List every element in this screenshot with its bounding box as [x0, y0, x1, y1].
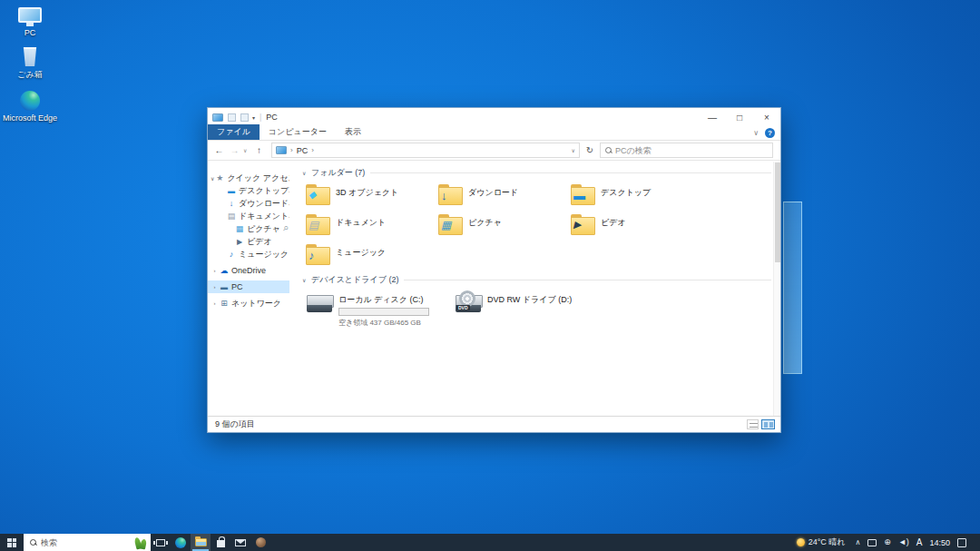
action-center-icon[interactable]	[957, 538, 966, 547]
back-button[interactable]: ←	[212, 145, 226, 155]
desktop-icon[interactable]: PC	[2, 5, 58, 37]
ime-indicator[interactable]: A	[916, 537, 923, 547]
sidebar-item[interactable]: ∨ クイック アクセス	[208, 172, 289, 184]
section-collapse-chevron-icon[interactable]: ∨	[302, 170, 311, 176]
help-icon[interactable]: ?	[765, 128, 775, 138]
refresh-icon[interactable]: ↻	[582, 145, 598, 155]
folder-tile[interactable]: デスクトップ	[569, 182, 701, 212]
sidebar-item-label: ビデオ	[247, 236, 272, 248]
sidebar-item[interactable]: ビデオ	[208, 235, 289, 248]
address-field[interactable]: › PC › ∨	[271, 143, 580, 158]
scrollbar-thumb[interactable]	[775, 162, 780, 262]
pinned-apps	[151, 534, 270, 551]
drives-section-title: デバイスとドライブ (2)	[311, 274, 398, 286]
view-switcher	[747, 419, 775, 429]
folder-tile[interactable]: ドキュメント	[304, 212, 436, 242]
forward-button[interactable]: →	[228, 145, 241, 155]
desktop-icon[interactable]: Microsoft Edge	[2, 89, 58, 123]
sun-weather-icon	[797, 538, 805, 546]
navigation-pane: ∨ クイック アクセス デスクトップ ⚲	[208, 162, 289, 416]
windows-logo-icon	[7, 538, 16, 547]
hidden-icons-chevron-icon[interactable]: ∧	[855, 538, 860, 546]
sidebar-item[interactable]: ドキュメント ⚲	[208, 210, 289, 222]
sidebar-item[interactable]: デスクトップ ⚲	[208, 184, 289, 197]
folder-label: ビデオ	[601, 213, 626, 227]
folder-tile[interactable]: 3D オブジェクト	[304, 182, 436, 212]
vertical-scrollbar[interactable]	[773, 162, 780, 416]
file-explorer-icon[interactable]	[191, 534, 211, 551]
qat-customize-chevron-icon[interactable]: ▾	[252, 114, 255, 121]
folder-tile[interactable]: ミュージック	[304, 242, 436, 272]
drive-label: ローカル ディスク (C:)	[338, 294, 429, 306]
dvd-drive-icon: DVD	[455, 293, 482, 314]
tray-device-icon[interactable]	[867, 539, 877, 546]
dvd-drive-d-tile[interactable]: DVD DVD RW ドライブ (D:)	[453, 291, 589, 329]
sidebar-item-label: PC	[231, 282, 243, 291]
qat-new-folder-icon[interactable]	[240, 113, 249, 122]
start-button[interactable]	[0, 534, 24, 551]
tree-chevron-icon[interactable]: ›	[211, 300, 219, 306]
local-disk-c-tile[interactable]: ローカル ディスク (C:) 空き領域 437 GB/465 GB	[304, 291, 440, 329]
folder-label: ダウンロード	[468, 183, 518, 197]
breadcrumb[interactable]: PC	[297, 146, 309, 155]
network-icon[interactable]: ⊕	[884, 538, 891, 546]
search-highlight-illustration-icon[interactable]	[134, 536, 147, 549]
ribbon-tab[interactable]: 表示	[336, 124, 370, 140]
weather-widget[interactable]: 24°C 晴れ	[794, 536, 848, 548]
ribbon-tab[interactable]: コンピューター	[260, 124, 336, 140]
explorer-search-input[interactable]	[615, 146, 768, 155]
sidebar-item-label: ダウンロード	[239, 198, 289, 210]
store-icon[interactable]	[211, 534, 230, 551]
taskbar-search-box[interactable]	[24, 534, 151, 551]
sidebar-item[interactable]: ダウンロード ⚲	[208, 197, 289, 210]
tree-chevron-icon[interactable]: ›	[211, 284, 219, 290]
ribbon-expand-chevron-icon[interactable]: ∨	[753, 129, 759, 137]
edge-icon[interactable]	[171, 534, 191, 551]
sidebar-item-icon	[234, 225, 245, 233]
desktop-icon[interactable]: ごみ箱	[2, 45, 58, 81]
task-view-icon[interactable]	[151, 534, 171, 551]
sidebar-item[interactable]: › ネットワーク	[208, 297, 289, 310]
address-bar: ← → ∨ ↑ › PC › ∨ ↻	[208, 141, 780, 161]
app-icon[interactable]	[250, 534, 270, 551]
large-icons-view-button[interactable]	[761, 419, 775, 429]
folder-tile[interactable]: ピクチャ	[436, 212, 569, 242]
recycle-bin-icon	[23, 47, 38, 66]
sidebar-item-icon	[226, 212, 237, 221]
title-bar: ▾ | PC — □ ×	[208, 108, 780, 126]
system-menu-pc-icon[interactable]	[212, 113, 223, 122]
mail-icon[interactable]	[230, 534, 250, 551]
hard-drive-icon	[306, 293, 333, 314]
folder-label: デスクトップ	[601, 183, 651, 197]
volume-icon[interactable]: ◄)	[898, 538, 909, 546]
folder-tile[interactable]: ビデオ	[569, 212, 701, 242]
section-collapse-chevron-icon[interactable]: ∨	[302, 277, 311, 283]
up-button[interactable]: ↑	[252, 145, 266, 155]
sidebar-item-label: OneDrive	[231, 266, 266, 275]
sidebar-item[interactable]: › PC	[208, 280, 289, 293]
sidebar-item[interactable]: ミュージック	[208, 248, 289, 261]
taskbar: 24°C 晴れ ∧ ⊕ ◄) A 14:50	[0, 534, 980, 551]
status-bar: 9 個の項目	[208, 416, 780, 432]
sidebar-item-icon	[219, 283, 230, 291]
clock[interactable]: 14:50	[929, 538, 950, 547]
explorer-search-box[interactable]	[600, 143, 773, 158]
sidebar-item[interactable]: ピクチャ ⚲	[208, 222, 289, 235]
folder-icon	[571, 217, 595, 235]
history-dropdown-icon[interactable]: ∨	[243, 147, 250, 153]
breadcrumb-separator: ›	[311, 146, 314, 154]
sidebar-item-icon	[219, 267, 230, 275]
address-dropdown-icon[interactable]: ∨	[572, 147, 575, 153]
maximize-button[interactable]: □	[726, 108, 753, 126]
minimize-button[interactable]: —	[699, 108, 726, 126]
qat-properties-icon[interactable]	[228, 113, 236, 122]
sidebar-item-label: ドキュメント	[239, 211, 289, 222]
tree-chevron-icon[interactable]: ›	[211, 268, 219, 273]
sidebar-item[interactable]: › OneDrive	[208, 264, 289, 277]
close-button[interactable]: ×	[753, 108, 780, 126]
ribbon-tab[interactable]: ファイル	[208, 124, 260, 140]
folder-icon	[438, 217, 463, 235]
details-view-button[interactable]	[747, 419, 759, 429]
folder-tile[interactable]: ダウンロード	[436, 182, 569, 212]
taskbar-search-input[interactable]	[41, 538, 130, 547]
